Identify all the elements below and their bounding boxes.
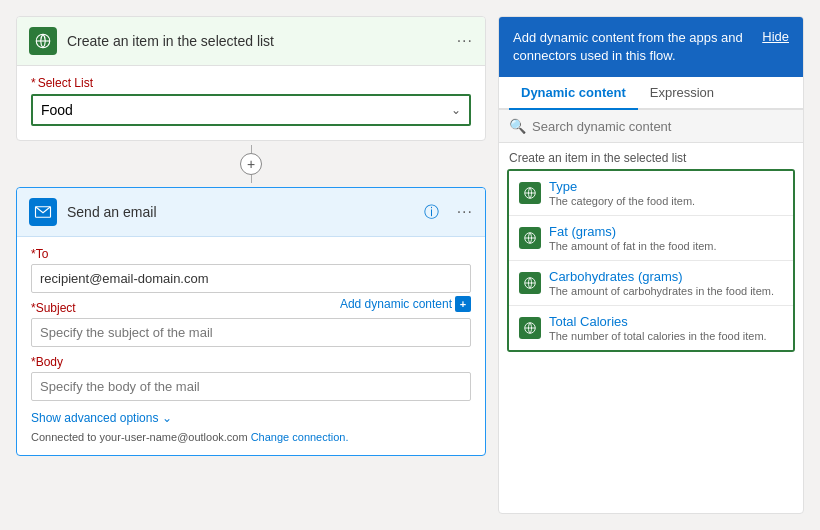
send-email-header: Send an email ⓘ ··· [17, 188, 485, 237]
add-dynamic-plus-icon: + [455, 296, 471, 312]
search-icon: 🔍 [509, 118, 526, 134]
dynamic-item-type[interactable]: Type The category of the food item. [509, 171, 793, 216]
dynamic-item-calories[interactable]: Total Calories The number of total calor… [509, 306, 793, 350]
email-card-body: *To *Subject Add dynamic content + *Body [17, 237, 485, 455]
left-panel: Create an item in the selected list ··· … [16, 16, 486, 514]
send-email-title: Send an email [67, 204, 414, 220]
connector-area: + [16, 141, 486, 187]
create-item-card: Create an item in the selected list ··· … [16, 16, 486, 141]
search-row: 🔍 [499, 110, 803, 143]
tabs-row: Dynamic content Expression [499, 77, 803, 110]
fat-item-desc: The amount of fat in the food item. [549, 240, 783, 252]
right-panel: Add dynamic content from the apps and co… [498, 16, 804, 514]
connector-line-top [251, 145, 252, 153]
to-input[interactable] [31, 264, 471, 293]
connector-line-bottom [251, 175, 252, 183]
body-label: *Body [31, 355, 471, 369]
connected-text: Connected to your-user-name@outlook.com … [31, 431, 471, 443]
email-service-icon [29, 198, 57, 226]
subject-input[interactable] [31, 318, 471, 347]
fat-item-title: Fat (grams) [549, 224, 783, 239]
type-item-text: Type The category of the food item. [549, 179, 783, 207]
create-item-menu[interactable]: ··· [457, 32, 473, 50]
calories-item-icon [519, 317, 541, 339]
email-card-menu[interactable]: ··· [457, 203, 473, 221]
to-label: *To [31, 247, 471, 261]
add-dynamic-content-button[interactable]: Add dynamic content + [340, 296, 471, 312]
type-item-title: Type [549, 179, 783, 194]
calories-item-desc: The number of total calories in the food… [549, 330, 783, 342]
tab-expression[interactable]: Expression [638, 77, 726, 110]
dynamic-item-carbs[interactable]: Carbohydrates (grams) The amount of carb… [509, 261, 793, 306]
create-item-card-header: Create an item in the selected list ··· [17, 17, 485, 66]
dynamic-item-fat[interactable]: Fat (grams) The amount of fat in the foo… [509, 216, 793, 261]
type-item-icon [519, 182, 541, 204]
subject-row: *Subject Add dynamic content + [31, 293, 471, 315]
type-item-desc: The category of the food item. [549, 195, 783, 207]
select-list-label: *Select List [31, 76, 471, 90]
fat-item-icon [519, 227, 541, 249]
change-connection-link[interactable]: Change connection. [251, 431, 349, 443]
send-email-card: Send an email ⓘ ··· *To *Subject Add dyn… [16, 187, 486, 456]
tab-dynamic-content[interactable]: Dynamic content [509, 77, 638, 110]
dynamic-header-text: Add dynamic content from the apps and co… [513, 29, 752, 65]
sharepoint-icon [29, 27, 57, 55]
carbs-item-desc: The amount of carbohydrates in the food … [549, 285, 783, 297]
carbs-item-text: Carbohydrates (grams) The amount of carb… [549, 269, 783, 297]
section-label: Create an item in the selected list [499, 143, 803, 169]
calories-item-title: Total Calories [549, 314, 783, 329]
hide-button[interactable]: Hide [762, 29, 789, 44]
fat-item-text: Fat (grams) The amount of fat in the foo… [549, 224, 783, 252]
advanced-options-row: Show advanced options ⌄ [31, 411, 471, 425]
carbs-item-title: Carbohydrates (grams) [549, 269, 783, 284]
create-item-body: *Select List Food ⌄ [17, 66, 485, 140]
search-input[interactable] [532, 119, 793, 134]
calories-item-text: Total Calories The number of total calor… [549, 314, 783, 342]
add-step-button[interactable]: + [240, 153, 262, 175]
select-list-wrapper[interactable]: Food ⌄ [31, 94, 471, 126]
body-input[interactable] [31, 372, 471, 401]
create-item-title: Create an item in the selected list [67, 33, 447, 49]
email-info-icon[interactable]: ⓘ [424, 203, 439, 222]
subject-label: *Subject [31, 301, 76, 315]
show-advanced-link[interactable]: Show advanced options [31, 411, 158, 425]
dynamic-content-header: Add dynamic content from the apps and co… [499, 17, 803, 77]
dynamic-items-list: Type The category of the food item. Fat … [507, 169, 795, 352]
select-list-dropdown[interactable]: Food [33, 96, 469, 124]
carbs-item-icon [519, 272, 541, 294]
advanced-chevron-icon[interactable]: ⌄ [162, 411, 172, 425]
